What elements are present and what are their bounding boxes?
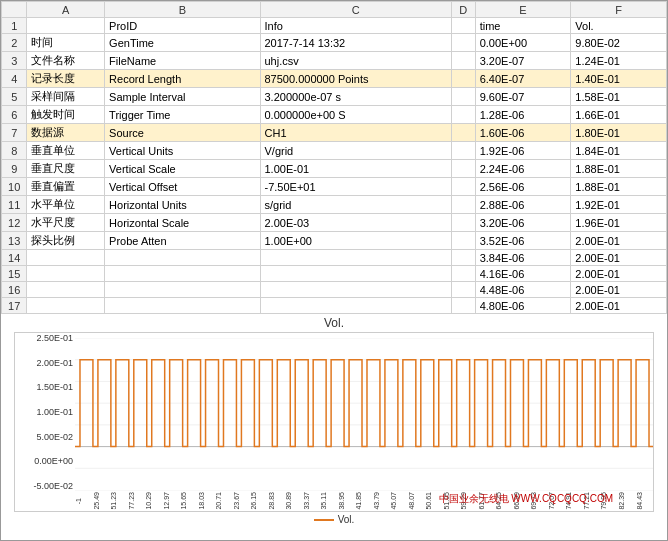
watermark: 中国业余无线电 WWW.CQCQCQ.COM [439, 492, 613, 506]
chart-legend: Vol. [11, 514, 657, 525]
spreadsheet-container: A B C D E F 1ProIDInfotimeVol.2时间GenTime… [1, 1, 667, 314]
row-number: 6 [2, 106, 27, 124]
cell-e: 3.52E-06 [475, 232, 571, 250]
cell-f: 1.88E-01 [571, 160, 667, 178]
cell-e: 9.60E-07 [475, 88, 571, 106]
col-header-a: A [27, 2, 105, 18]
cell-b: Horizontal Scale [105, 214, 260, 232]
cell-f: 1.88E-01 [571, 178, 667, 196]
cell-a: 水平单位 [27, 196, 105, 214]
x-label: 15.65 [180, 492, 198, 510]
legend-label: Vol. [338, 514, 355, 525]
cell-c: V/grid [260, 142, 451, 160]
cell-a: 垂直尺度 [27, 160, 105, 178]
cell-e: 3.20E-07 [475, 52, 571, 70]
cell-a [27, 250, 105, 266]
x-label: 77.23 [128, 492, 146, 510]
cell-a: 水平尺度 [27, 214, 105, 232]
col-header-c: C [260, 2, 451, 18]
cell-c [260, 250, 451, 266]
cell-b: ProID [105, 18, 260, 34]
cell-b: Source [105, 124, 260, 142]
cell-d [451, 178, 475, 196]
x-label: 38.95 [338, 492, 356, 510]
cell-f: 2.00E-01 [571, 298, 667, 314]
cell-f: 1.40E-01 [571, 70, 667, 88]
cell-c [260, 298, 451, 314]
chart-title: Vol. [11, 316, 657, 330]
cell-a: 采样间隔 [27, 88, 105, 106]
cell-e: 6.40E-07 [475, 70, 571, 88]
cell-f: Vol. [571, 18, 667, 34]
cell-b: Horizontal Units [105, 196, 260, 214]
cell-d [451, 124, 475, 142]
cell-d [451, 142, 475, 160]
cell-b: Vertical Offset [105, 178, 260, 196]
row-number: 1 [2, 18, 27, 34]
cell-e: time [475, 18, 571, 34]
cell-e: 2.56E-06 [475, 178, 571, 196]
chart-plot [75, 338, 653, 491]
cell-b: GenTime [105, 34, 260, 52]
cell-c: uhj.csv [260, 52, 451, 70]
cell-c [260, 282, 451, 298]
row-number: 8 [2, 142, 27, 160]
x-label: 48.07 [408, 492, 426, 510]
cell-e: 3.84E-06 [475, 250, 571, 266]
cell-c: -7.50E+01 [260, 178, 451, 196]
cell-a: 文件名称 [27, 52, 105, 70]
cell-f: 1.84E-01 [571, 142, 667, 160]
cell-d [451, 106, 475, 124]
row-number: 12 [2, 214, 27, 232]
cell-d [451, 18, 475, 34]
cell-b: Trigger Time [105, 106, 260, 124]
cell-c: 0.000000e+00 S [260, 106, 451, 124]
cell-f: 1.92E-01 [571, 196, 667, 214]
x-label: 30.89 [285, 492, 303, 510]
col-header-d: D [451, 2, 475, 18]
chart-area: 2.50E-012.00E-011.50E-011.00E-015.00E-02… [14, 332, 654, 512]
cell-f: 2.00E-01 [571, 232, 667, 250]
cell-d [451, 196, 475, 214]
chart-svg [75, 338, 653, 491]
y-label: 0.00E+00 [15, 456, 73, 466]
cell-f: 1.80E-01 [571, 124, 667, 142]
x-label: 51.23 [110, 492, 128, 510]
cell-f: 1.24E-01 [571, 52, 667, 70]
cell-d [451, 298, 475, 314]
row-number: 17 [2, 298, 27, 314]
cell-e: 0.00E+00 [475, 34, 571, 52]
cell-b [105, 250, 260, 266]
row-number: 9 [2, 160, 27, 178]
x-label: -1 [75, 498, 93, 504]
col-header-b: B [105, 2, 260, 18]
cell-a: 垂直偏置 [27, 178, 105, 196]
x-label: 28.83 [268, 492, 286, 510]
cell-a: 时间 [27, 34, 105, 52]
cell-d [451, 250, 475, 266]
row-number: 5 [2, 88, 27, 106]
cell-a [27, 266, 105, 282]
row-number: 15 [2, 266, 27, 282]
cell-c: CH1 [260, 124, 451, 142]
cell-c: 1.00E-01 [260, 160, 451, 178]
cell-d [451, 266, 475, 282]
cell-e: 4.16E-06 [475, 266, 571, 282]
cell-f: 2.00E-01 [571, 282, 667, 298]
y-label: 1.00E-01 [15, 407, 73, 417]
cell-b: Probe Atten [105, 232, 260, 250]
cell-d [451, 282, 475, 298]
row-number: 16 [2, 282, 27, 298]
col-header-row [2, 2, 27, 18]
cell-c: 2017-7-14 13:32 [260, 34, 451, 52]
cell-d [451, 70, 475, 88]
chart-y-labels: 2.50E-012.00E-011.50E-011.00E-015.00E-02… [15, 333, 75, 491]
cell-e: 3.20E-06 [475, 214, 571, 232]
x-label: 23.67 [233, 492, 251, 510]
y-label: 5.00E-02 [15, 432, 73, 442]
cell-d [451, 88, 475, 106]
cell-e: 1.92E-06 [475, 142, 571, 160]
x-label: 84.43 [636, 492, 654, 510]
cell-f: 9.80E-02 [571, 34, 667, 52]
cell-e: 2.88E-06 [475, 196, 571, 214]
